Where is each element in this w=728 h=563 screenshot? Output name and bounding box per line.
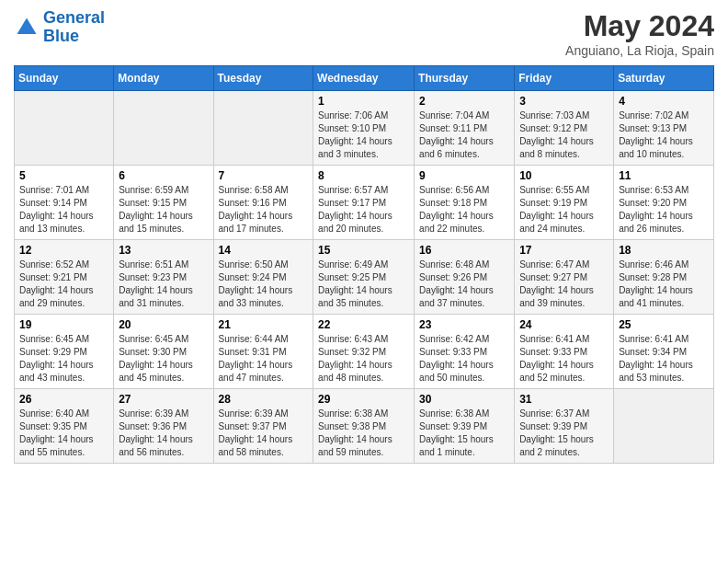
calendar-cell: 5Sunrise: 7:01 AM Sunset: 9:14 PM Daylig… (15, 166, 114, 240)
day-info: Sunrise: 6:45 AM Sunset: 9:29 PM Dayligh… (19, 333, 108, 385)
day-info: Sunrise: 6:58 AM Sunset: 9:16 PM Dayligh… (219, 184, 309, 236)
day-info: Sunrise: 7:01 AM Sunset: 9:14 PM Dayligh… (19, 184, 108, 236)
calendar-cell: 3Sunrise: 7:03 AM Sunset: 9:12 PM Daylig… (515, 91, 614, 166)
day-number: 1 (318, 95, 409, 108)
day-info: Sunrise: 6:41 AM Sunset: 9:33 PM Dayligh… (519, 333, 609, 385)
day-number: 30 (419, 393, 509, 406)
calendar-cell: 8Sunrise: 6:57 AM Sunset: 9:17 PM Daylig… (313, 166, 415, 240)
day-info: Sunrise: 6:47 AM Sunset: 9:27 PM Dayligh… (519, 259, 609, 310)
calendar-cell (114, 91, 213, 166)
svg-marker-0 (17, 17, 37, 34)
calendar-cell: 9Sunrise: 6:56 AM Sunset: 9:18 PM Daylig… (415, 166, 515, 240)
calendar-week-row: 26Sunrise: 6:40 AM Sunset: 9:35 PM Dayli… (15, 389, 714, 464)
day-info: Sunrise: 6:38 AM Sunset: 9:38 PM Dayligh… (318, 408, 409, 459)
day-number: 2 (419, 95, 509, 108)
calendar-cell: 4Sunrise: 7:02 AM Sunset: 9:13 PM Daylig… (614, 91, 714, 166)
day-info: Sunrise: 6:53 AM Sunset: 9:20 PM Dayligh… (619, 184, 709, 236)
day-number: 20 (119, 318, 208, 331)
day-number: 17 (519, 244, 609, 257)
day-number: 27 (119, 393, 208, 406)
day-number: 4 (619, 95, 709, 108)
day-number: 15 (318, 244, 409, 257)
weekday-header: Friday (515, 66, 614, 91)
calendar-cell: 25Sunrise: 6:41 AM Sunset: 9:34 PM Dayli… (614, 315, 714, 389)
day-number: 21 (219, 318, 309, 331)
day-info: Sunrise: 6:51 AM Sunset: 9:23 PM Dayligh… (119, 259, 208, 310)
day-info: Sunrise: 6:41 AM Sunset: 9:34 PM Dayligh… (619, 333, 709, 385)
calendar-cell: 29Sunrise: 6:38 AM Sunset: 9:38 PM Dayli… (313, 389, 415, 464)
day-info: Sunrise: 7:04 AM Sunset: 9:11 PM Dayligh… (419, 109, 509, 161)
logo: General Blue (14, 9, 105, 46)
weekday-header: Thursday (415, 66, 515, 91)
calendar-cell: 2Sunrise: 7:04 AM Sunset: 9:11 PM Daylig… (415, 91, 515, 166)
calendar-cell: 16Sunrise: 6:48 AM Sunset: 9:26 PM Dayli… (415, 240, 515, 315)
day-info: Sunrise: 6:59 AM Sunset: 9:15 PM Dayligh… (119, 184, 208, 236)
day-number: 12 (19, 244, 108, 257)
page-header: General Blue May 2024 Anguiano, La Rioja… (14, 9, 714, 58)
day-number: 18 (619, 244, 709, 257)
weekday-header: Wednesday (313, 66, 415, 91)
calendar-cell: 20Sunrise: 6:45 AM Sunset: 9:30 PM Dayli… (114, 315, 213, 389)
day-info: Sunrise: 6:50 AM Sunset: 9:24 PM Dayligh… (219, 259, 309, 310)
day-info: Sunrise: 6:42 AM Sunset: 9:33 PM Dayligh… (419, 333, 509, 385)
calendar-cell: 28Sunrise: 6:39 AM Sunset: 9:37 PM Dayli… (213, 389, 313, 464)
calendar-table: SundayMondayTuesdayWednesdayThursdayFrid… (14, 65, 714, 464)
calendar-cell: 22Sunrise: 6:43 AM Sunset: 9:32 PM Dayli… (313, 315, 415, 389)
calendar-cell: 6Sunrise: 6:59 AM Sunset: 9:15 PM Daylig… (114, 166, 213, 240)
weekday-header: Tuesday (213, 66, 313, 91)
day-number: 28 (219, 393, 309, 406)
day-info: Sunrise: 7:02 AM Sunset: 9:13 PM Dayligh… (619, 109, 709, 161)
day-info: Sunrise: 6:39 AM Sunset: 9:36 PM Dayligh… (119, 408, 208, 459)
calendar-cell: 14Sunrise: 6:50 AM Sunset: 9:24 PM Dayli… (213, 240, 313, 315)
day-number: 5 (19, 169, 108, 182)
calendar-cell: 27Sunrise: 6:39 AM Sunset: 9:36 PM Dayli… (114, 389, 213, 464)
day-number: 26 (19, 393, 108, 406)
day-info: Sunrise: 7:06 AM Sunset: 9:10 PM Dayligh… (318, 109, 409, 161)
location-title: Anguiano, La Rioja, Spain (565, 43, 714, 58)
month-title: May 2024 (565, 9, 714, 43)
calendar-cell: 30Sunrise: 6:38 AM Sunset: 9:39 PM Dayli… (415, 389, 515, 464)
logo-icon (14, 15, 40, 40)
day-number: 23 (419, 318, 509, 331)
calendar-cell: 10Sunrise: 6:55 AM Sunset: 9:19 PM Dayli… (515, 166, 614, 240)
day-info: Sunrise: 6:40 AM Sunset: 9:35 PM Dayligh… (19, 408, 108, 459)
calendar-week-row: 1Sunrise: 7:06 AM Sunset: 9:10 PM Daylig… (15, 91, 714, 166)
calendar-cell: 15Sunrise: 6:49 AM Sunset: 9:25 PM Dayli… (313, 240, 415, 315)
calendar-cell: 21Sunrise: 6:44 AM Sunset: 9:31 PM Dayli… (213, 315, 313, 389)
weekday-header-row: SundayMondayTuesdayWednesdayThursdayFrid… (15, 66, 714, 91)
title-area: May 2024 Anguiano, La Rioja, Spain (565, 9, 714, 58)
day-number: 3 (519, 95, 609, 108)
day-info: Sunrise: 6:43 AM Sunset: 9:32 PM Dayligh… (318, 333, 409, 385)
calendar-week-row: 19Sunrise: 6:45 AM Sunset: 9:29 PM Dayli… (15, 315, 714, 389)
day-info: Sunrise: 6:57 AM Sunset: 9:17 PM Dayligh… (318, 184, 409, 236)
day-info: Sunrise: 6:48 AM Sunset: 9:26 PM Dayligh… (419, 259, 509, 310)
calendar-cell: 13Sunrise: 6:51 AM Sunset: 9:23 PM Dayli… (114, 240, 213, 315)
day-number: 8 (318, 169, 409, 182)
calendar-week-row: 12Sunrise: 6:52 AM Sunset: 9:21 PM Dayli… (15, 240, 714, 315)
calendar-cell: 1Sunrise: 7:06 AM Sunset: 9:10 PM Daylig… (313, 91, 415, 166)
day-number: 22 (318, 318, 409, 331)
calendar-cell: 7Sunrise: 6:58 AM Sunset: 9:16 PM Daylig… (213, 166, 313, 240)
calendar-cell: 17Sunrise: 6:47 AM Sunset: 9:27 PM Dayli… (515, 240, 614, 315)
day-info: Sunrise: 6:55 AM Sunset: 9:19 PM Dayligh… (519, 184, 609, 236)
day-number: 31 (519, 393, 609, 406)
calendar-cell: 12Sunrise: 6:52 AM Sunset: 9:21 PM Dayli… (15, 240, 114, 315)
day-number: 9 (419, 169, 509, 182)
calendar-cell: 24Sunrise: 6:41 AM Sunset: 9:33 PM Dayli… (515, 315, 614, 389)
day-info: Sunrise: 6:52 AM Sunset: 9:21 PM Dayligh… (19, 259, 108, 310)
weekday-header: Saturday (614, 66, 714, 91)
calendar-cell: 23Sunrise: 6:42 AM Sunset: 9:33 PM Dayli… (415, 315, 515, 389)
day-info: Sunrise: 7:03 AM Sunset: 9:12 PM Dayligh… (519, 109, 609, 161)
day-number: 24 (519, 318, 609, 331)
day-number: 19 (19, 318, 108, 331)
calendar-week-row: 5Sunrise: 7:01 AM Sunset: 9:14 PM Daylig… (15, 166, 714, 240)
calendar-cell (213, 91, 313, 166)
weekday-header: Monday (114, 66, 213, 91)
day-number: 29 (318, 393, 409, 406)
calendar-cell: 18Sunrise: 6:46 AM Sunset: 9:28 PM Dayli… (614, 240, 714, 315)
day-number: 16 (419, 244, 509, 257)
day-info: Sunrise: 6:38 AM Sunset: 9:39 PM Dayligh… (419, 408, 509, 459)
logo-text: General Blue (43, 9, 105, 46)
day-number: 11 (619, 169, 709, 182)
calendar-cell: 26Sunrise: 6:40 AM Sunset: 9:35 PM Dayli… (15, 389, 114, 464)
